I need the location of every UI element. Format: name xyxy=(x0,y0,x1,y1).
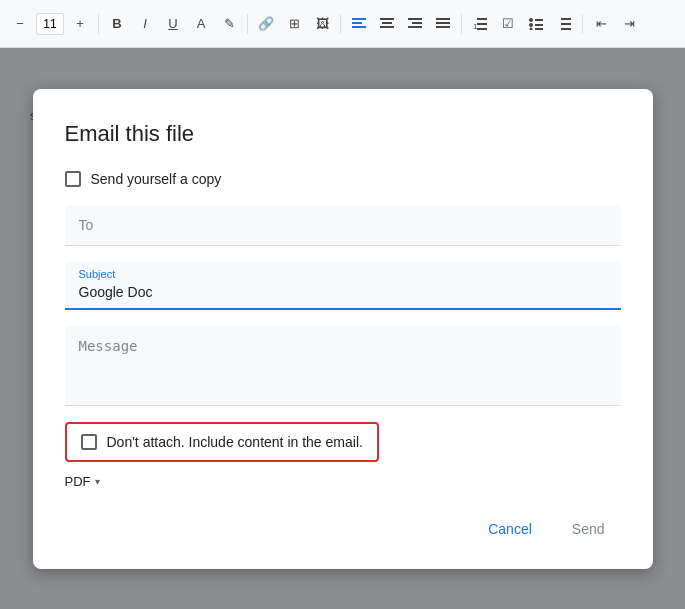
align-center-button[interactable] xyxy=(375,10,399,38)
subject-field-wrapper: Subject xyxy=(65,262,621,310)
svg-rect-24 xyxy=(561,28,571,30)
checklist-button[interactable]: ☑ xyxy=(496,10,520,38)
ordered-list-button[interactable]: 1 xyxy=(468,10,492,38)
increase-font-button[interactable]: + xyxy=(68,10,92,38)
svg-text:1: 1 xyxy=(473,22,478,30)
dialog-buttons: Cancel Send xyxy=(65,513,621,545)
svg-point-16 xyxy=(529,18,533,22)
font-size-input[interactable] xyxy=(36,13,64,35)
svg-rect-19 xyxy=(535,24,543,26)
svg-rect-13 xyxy=(477,23,487,25)
svg-rect-6 xyxy=(408,18,422,20)
highlight-button[interactable]: ✎ xyxy=(217,10,241,38)
subject-input[interactable] xyxy=(65,262,621,308)
italic-button[interactable]: I xyxy=(133,10,157,38)
svg-rect-4 xyxy=(382,22,392,24)
align-right-button[interactable] xyxy=(403,10,427,38)
svg-rect-23 xyxy=(561,23,571,25)
message-field-container xyxy=(65,326,621,406)
svg-rect-22 xyxy=(561,18,571,20)
page-area: st D Email this file Send yourself a cop… xyxy=(0,48,685,609)
svg-rect-11 xyxy=(436,26,450,28)
indent-decrease-button[interactable]: ⇤ xyxy=(589,10,613,38)
cancel-button[interactable]: Cancel xyxy=(472,513,548,545)
send-copy-label: Send yourself a copy xyxy=(91,171,222,187)
svg-point-18 xyxy=(529,23,533,27)
dialog-title: Email this file xyxy=(65,121,621,147)
subject-field-container: Subject xyxy=(65,262,621,310)
toolbar-divider-4 xyxy=(461,14,462,34)
pdf-dropdown-arrow[interactable]: ▾ xyxy=(95,476,100,487)
svg-rect-7 xyxy=(412,22,422,24)
toolbar: − + B I U A ✎ 🔗 ⊞ 🖼 ​ 1 ☑ ⇤ ⇥ xyxy=(0,0,685,48)
toolbar-divider-2 xyxy=(247,14,248,34)
svg-rect-21 xyxy=(535,28,543,30)
svg-rect-12 xyxy=(477,18,487,20)
pdf-text: PDF xyxy=(65,474,91,489)
svg-rect-5 xyxy=(380,26,394,28)
email-dialog: Email this file Send yourself a copy Sub… xyxy=(33,89,653,569)
dont-attach-checkbox[interactable] xyxy=(81,434,97,450)
svg-rect-8 xyxy=(408,26,422,28)
toolbar-divider-1 xyxy=(98,14,99,34)
text-color-button[interactable]: A xyxy=(189,10,213,38)
align-justify-button[interactable] xyxy=(431,10,455,38)
modal-overlay: Email this file Send yourself a copy Sub… xyxy=(0,48,685,609)
svg-rect-2 xyxy=(352,26,366,28)
to-input[interactable] xyxy=(65,205,621,246)
svg-rect-1 xyxy=(352,22,362,24)
dont-attach-label: Don't attach. Include content in the ema… xyxy=(107,434,363,450)
send-copy-row: Send yourself a copy xyxy=(65,171,621,187)
dont-attach-row: Don't attach. Include content in the ema… xyxy=(65,422,379,462)
send-button[interactable]: Send xyxy=(556,513,621,545)
svg-rect-17 xyxy=(535,19,543,21)
bold-button[interactable]: B xyxy=(105,10,129,38)
send-copy-checkbox[interactable] xyxy=(65,171,81,187)
to-field-container xyxy=(65,205,621,246)
align-left-button[interactable]: ​ xyxy=(347,10,371,38)
indent-increase-button[interactable]: ⇥ xyxy=(617,10,641,38)
svg-rect-14 xyxy=(477,28,487,30)
decrease-font-button[interactable]: − xyxy=(8,10,32,38)
toolbar-divider-3 xyxy=(340,14,341,34)
insert-button[interactable]: ⊞ xyxy=(282,10,306,38)
message-input[interactable] xyxy=(65,326,621,406)
bullet-list-button[interactable] xyxy=(524,10,548,38)
underline-button[interactable]: U xyxy=(161,10,185,38)
toolbar-divider-5 xyxy=(582,14,583,34)
numbered-list-button[interactable] xyxy=(552,10,576,38)
image-button[interactable]: 🖼 xyxy=(310,10,334,38)
subject-label: Subject xyxy=(79,268,116,280)
link-button[interactable]: 🔗 xyxy=(254,10,278,38)
svg-rect-3 xyxy=(380,18,394,20)
svg-rect-0 xyxy=(352,18,366,20)
svg-rect-10 xyxy=(436,22,450,24)
pdf-row: PDF ▾ xyxy=(65,474,621,489)
svg-rect-9 xyxy=(436,18,450,20)
svg-point-20 xyxy=(530,27,533,30)
